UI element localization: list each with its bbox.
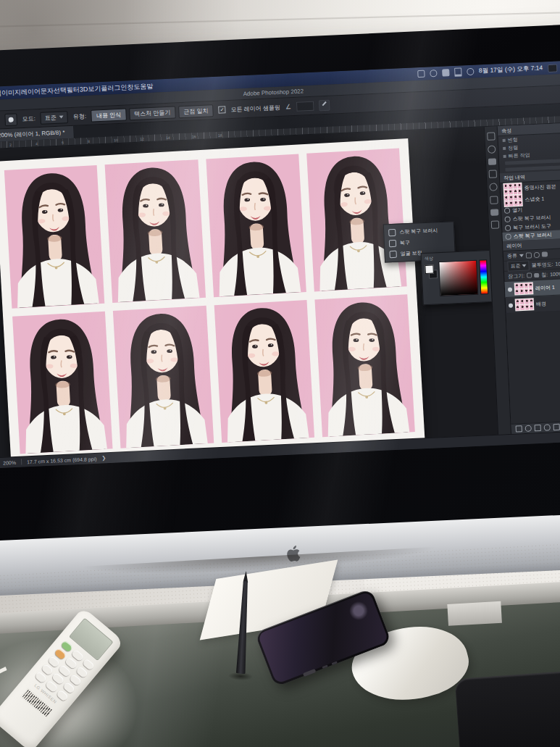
brush-preset-picker[interactable] (4, 113, 17, 126)
chevron-down-icon (59, 115, 64, 118)
menubar-menu[interactable]: 필터 (67, 85, 80, 93)
angle-icon: ∠ (285, 103, 292, 110)
chevron-down-icon (522, 264, 526, 267)
status-icon-display[interactable] (417, 70, 425, 78)
bullet-icon (503, 154, 506, 157)
id-photo (206, 154, 306, 296)
filter-type-icon[interactable] (542, 251, 548, 256)
lock-transparent-icon[interactable] (527, 272, 532, 277)
monitor-bezel: 편집이미지레이어문자선택필터3D보기플러그인창도움말 8월 17일 (수) 오후… (0, 23, 560, 543)
menubar-menu[interactable]: 창 (127, 83, 133, 91)
properties-divider (505, 159, 560, 165)
stylus-tip (243, 571, 248, 583)
id-photo (105, 159, 206, 302)
type-label: 유형: (73, 112, 87, 121)
stylus-body (235, 581, 251, 675)
layer-style-icon[interactable] (525, 425, 531, 432)
status-icon-wifi[interactable] (467, 68, 474, 75)
layers-empty-space (506, 311, 560, 424)
status-icon-keyboard[interactable] (442, 69, 449, 76)
adjustment-layer-icon[interactable] (543, 424, 550, 430)
menubar-menu[interactable]: 도움말 (133, 82, 153, 90)
menubar-menu[interactable]: 보기 (88, 85, 101, 93)
status-chevron-icon[interactable]: ❯ (101, 455, 106, 461)
mode-select[interactable]: 표준 (40, 111, 68, 125)
layer-thumbnail (515, 298, 535, 311)
tool-item-icon (388, 228, 396, 235)
ruler-tick-label: 4 (34, 140, 60, 147)
channels-panel-icon[interactable] (488, 158, 496, 164)
sample-all-layers-checkbox[interactable]: ✓ (218, 106, 225, 113)
chevron-down-icon[interactable] (519, 254, 524, 256)
document-dimensions: 17.7 cm x 16.53 cm (694.8 ppi) (27, 456, 97, 464)
history-state-icon (506, 234, 511, 240)
add-mask-icon[interactable] (534, 425, 540, 431)
layer-thumbnail (514, 282, 534, 295)
pen-pressure-icon[interactable] (319, 99, 330, 111)
history-state-icon (504, 208, 510, 214)
menubar-menu[interactable]: 문자 (41, 87, 54, 95)
type-mode-button[interactable]: 근접 일치 (178, 104, 214, 118)
fill-value[interactable]: 100% (550, 271, 560, 277)
lock-position-icon[interactable] (534, 272, 539, 277)
history-state-icon (505, 225, 511, 231)
brushes-panel-icon[interactable] (490, 196, 498, 204)
paths-panel-icon[interactable] (489, 170, 497, 178)
remote-barcode-sticker (20, 688, 55, 719)
filter-adjustment-icon[interactable] (534, 251, 540, 257)
new-group-icon[interactable] (553, 424, 559, 430)
id-photo-sheet (0, 138, 425, 457)
saturation-brightness-field[interactable] (438, 260, 478, 296)
status-icon-battery[interactable] (454, 67, 462, 76)
id-photo (113, 305, 214, 448)
zoom-level[interactable]: 200% (3, 459, 16, 465)
bullet-icon (503, 138, 506, 141)
workspace-photo: 편집이미지레이어문자선택필터3D보기플러그인창도움말 8월 17일 (수) 오후… (0, 0, 560, 747)
blend-mode-select[interactable]: 표준 (507, 260, 530, 271)
mode-label: 모드: (22, 114, 35, 123)
status-icon-timer[interactable] (430, 70, 437, 77)
opacity-value[interactable]: 100% (555, 261, 560, 267)
layer-row[interactable]: 배경 (506, 295, 560, 314)
status-icon-app[interactable] (548, 64, 557, 72)
ruler-tick-label: 8 (86, 137, 112, 144)
ruler-tick-label: 6 (60, 138, 86, 146)
menubar-menu[interactable]: 이미지 (1, 88, 21, 96)
bullet-icon (503, 146, 506, 149)
color-picker-panel: 색상 (421, 250, 493, 305)
menubar-menu[interactable]: 선택 (54, 86, 67, 94)
hue-slider[interactable] (479, 259, 488, 294)
ruler-tick-label: 16 (191, 133, 217, 140)
type-mode-button[interactable]: 텍스처 만들기 (129, 106, 176, 120)
id-photo (12, 311, 113, 454)
id-photo (214, 300, 314, 443)
link-layers-icon[interactable] (515, 425, 522, 432)
ruler-tick-label: 10 (112, 136, 138, 143)
riser-leg (447, 601, 502, 626)
graphics-tablet (455, 669, 560, 747)
ruler-tick-label: 12 (138, 135, 164, 142)
info-panel-icon[interactable] (489, 183, 497, 191)
menubar-menu[interactable]: 레이어 (21, 87, 41, 95)
menubar-clock[interactable]: 8월 17일 (수) 오후 7:14 (479, 64, 543, 75)
id-photo (4, 165, 105, 308)
menubar-menu[interactable]: 플러그인 (101, 83, 127, 92)
adjustments-panel-icon[interactable] (487, 132, 495, 140)
libraries-panel-icon[interactable] (491, 220, 499, 228)
angle-value-field[interactable] (296, 101, 314, 111)
type-mode-button[interactable]: 내용 인식 (91, 108, 127, 122)
sample-all-layers-label: 모든 레이어 샘플링 (230, 103, 280, 113)
filter-pixel-icon[interactable] (526, 252, 532, 258)
visibility-eye-icon[interactable] (508, 287, 512, 291)
tool-item-icon (389, 239, 396, 246)
history-state-icon (504, 217, 510, 222)
canvas-area[interactable]: 스팟 복구 브러시 복구 얼굴 보정 (0, 127, 498, 457)
menubar-menu[interactable]: 3D (80, 85, 88, 93)
id-photo (306, 149, 407, 291)
visibility-eye-icon[interactable] (509, 303, 513, 307)
clone-source-panel-icon[interactable] (488, 145, 496, 153)
snapshot-thumbnail (503, 193, 523, 206)
layer-row[interactable]: 레이어 1 (505, 279, 560, 298)
foreground-background-swatches[interactable] (425, 262, 438, 297)
swatches-panel-icon[interactable] (490, 209, 498, 215)
